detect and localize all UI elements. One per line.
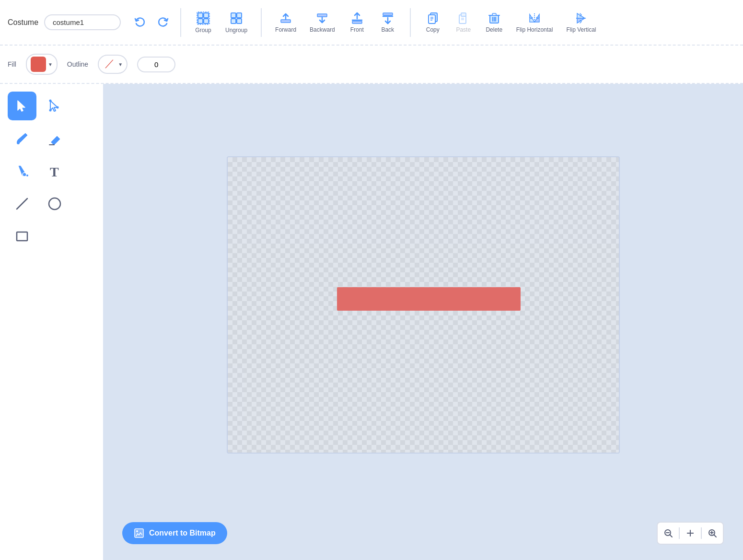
canvas-rectangle[interactable] [337,287,521,311]
outline-dropdown-arrow: ▼ [118,62,123,67]
ungroup-button[interactable]: Ungroup [220,8,253,37]
outline-label: Outline [67,60,88,68]
svg-rect-8 [237,19,242,23]
back-icon [382,12,394,24]
svg-rect-9 [281,20,290,23]
front-button[interactable]: Front [343,8,372,37]
fill-tool-button[interactable] [8,157,36,186]
left-toolbar: T [0,84,103,560]
text-tool-icon: T [47,164,62,178]
front-icon [351,12,363,24]
svg-text:T: T [50,164,59,178]
svg-point-41 [26,175,28,176]
back-button[interactable]: Back [373,8,402,37]
svg-rect-14 [383,13,393,15]
svg-line-50 [670,535,672,537]
zoom-controls [657,522,724,545]
line-tool-icon [15,197,29,211]
flip-vertical-button[interactable]: Flip Vertical [560,8,602,37]
select-tool-button[interactable] [8,92,36,120]
tool-row-3: T [8,157,95,186]
reshape-tool-button[interactable] [40,92,69,120]
svg-rect-21 [461,13,466,16]
undo-redo-group [130,13,173,32]
outline-value-input[interactable] [137,57,175,72]
backward-icon [316,12,328,24]
group-icon [197,12,210,25]
edit-group: Copy Paste [418,8,602,37]
outline-color-picker[interactable]: ╱ ▼ [98,55,128,74]
forward-button[interactable]: Forward [269,8,302,37]
svg-rect-6 [237,13,242,18]
svg-point-38 [57,106,59,109]
paste-label: Paste [456,26,471,33]
svg-point-37 [49,109,52,112]
canvas[interactable] [227,156,620,454]
select-tool-icon [15,99,29,113]
delete-icon [488,12,500,24]
svg-line-43 [17,198,27,209]
group-label: Group [195,27,211,34]
group-ungroup-group: Group Ungroup [189,8,253,37]
circle-tool-icon [47,197,62,211]
bottom-bar: Convert to Bitmap [113,516,733,550]
copy-button[interactable]: Copy [418,8,447,37]
ungroup-label: Ungroup [225,27,247,34]
backward-button[interactable]: Backward [304,8,341,37]
undo-icon [133,16,147,29]
svg-rect-16 [429,15,435,23]
svg-point-47 [136,530,138,532]
zoom-fit-button[interactable] [682,525,699,542]
reshape-tool-icon [47,99,62,113]
flip-horizontal-button[interactable]: Flip Horizontal [511,8,559,37]
back-label: Back [381,26,394,33]
svg-point-39 [17,141,20,144]
delete-button[interactable]: Delete [480,8,509,37]
svg-rect-10 [317,14,327,17]
paste-button[interactable]: Paste [449,8,478,37]
zoom-divider [679,527,680,539]
line-tool-button[interactable] [8,189,36,218]
redo-icon [156,16,170,29]
convert-icon [134,528,144,538]
eraser-tool-icon [47,131,62,146]
delete-label: Delete [486,26,502,33]
zoom-fit-icon [685,528,695,538]
tool-row-1 [8,92,95,120]
svg-rect-5 [231,13,236,18]
zoom-in-button[interactable] [704,525,721,542]
costume-name-input[interactable] [44,14,121,30]
zoom-out-button[interactable] [660,525,677,542]
divider-1 [180,8,181,37]
tool-row-2 [8,124,95,153]
circle-tool-button[interactable] [40,189,69,218]
text-tool-button[interactable]: T [40,157,69,186]
copy-icon [427,12,439,24]
paste-icon [457,12,470,24]
svg-rect-2 [198,19,203,23]
flip-vertical-label: Flip Vertical [566,26,596,33]
svg-point-44 [49,198,60,210]
costume-section: Costume [8,14,121,30]
eraser-tool-button[interactable] [40,124,69,153]
convert-to-bitmap-button[interactable]: Convert to Bitmap [122,522,227,544]
rect-tool-icon [15,229,29,244]
svg-rect-26 [492,13,496,15]
fill-color-swatch [31,57,46,72]
group-button[interactable]: Group [189,8,218,37]
zoom-divider-2 [701,527,702,539]
order-group: Forward Backward Front [269,8,402,37]
costume-label: Costume [8,18,38,27]
brush-tool-button[interactable] [8,124,36,153]
undo-button[interactable] [130,13,150,32]
svg-point-40 [23,173,26,176]
divider-3 [410,8,411,37]
fill-color-picker[interactable]: ▼ [26,54,58,75]
redo-button[interactable] [153,13,173,32]
rect-tool-button[interactable] [8,222,36,251]
svg-line-57 [714,535,716,537]
flip-horizontal-icon [528,12,541,24]
flip-vertical-icon [575,12,587,24]
top-toolbar: Costume [0,0,743,46]
canvas-area: Convert to Bitmap [103,84,743,560]
